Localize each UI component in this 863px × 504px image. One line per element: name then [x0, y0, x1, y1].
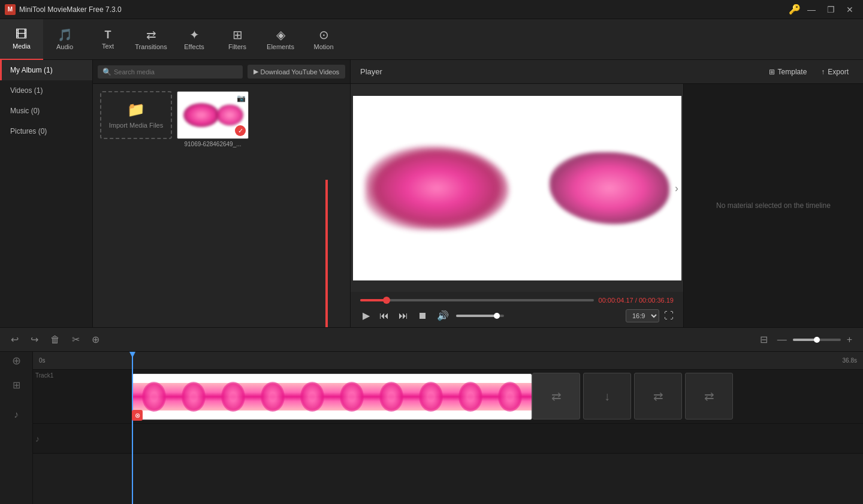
volume-slider[interactable]	[456, 315, 504, 317]
transition-cell-3[interactable]: ⇄	[634, 373, 682, 420]
toolbar: 🎞 Media 🎵 Audio T Text ⇄ Transitions ✦ E…	[0, 19, 863, 60]
sidebar-item-music[interactable]: Music (0)	[0, 101, 92, 121]
transition-cell-4[interactable]: ⇄	[685, 373, 733, 420]
search-box[interactable]: 🔍	[98, 65, 243, 79]
template-button[interactable]: ⊞ Template	[764, 65, 812, 79]
download-btn-label: Download YouTube Videos	[261, 68, 340, 76]
redo-button[interactable]: ↪	[27, 331, 42, 348]
title-bar-left: M MiniTool MovieMaker Free 7.3.0	[5, 4, 122, 15]
toolbar-item-audio[interactable]: 🎵 Audio	[43, 19, 86, 60]
media-panel: 🔍 ▶ Download YouTube Videos 📁 Import Med…	[93, 60, 351, 327]
elements-icon: ◈	[276, 29, 285, 41]
transition-icon-1: ⇄	[551, 389, 562, 403]
app-icon: M	[5, 4, 16, 15]
player-header: Player ⊞ Template ↑ Export	[351, 60, 863, 84]
audio-note-icon: ♪	[35, 434, 40, 443]
volume-thumb	[494, 313, 500, 319]
smoke-mini-2	[182, 382, 206, 412]
smoke-mini-5	[300, 382, 324, 412]
toolbar-item-elements[interactable]: ◈ Elements	[259, 19, 302, 60]
media-check-icon: ✓	[235, 125, 246, 136]
play-button[interactable]: ▶	[360, 309, 372, 322]
volume-fill	[456, 315, 497, 317]
download-youtube-button[interactable]: ▶ Download YouTube Videos	[248, 65, 346, 79]
cut-button[interactable]: ✂	[68, 331, 83, 348]
video-camera-icon: 📷	[237, 94, 246, 102]
transition-icon-4: ⇄	[704, 389, 714, 403]
smoke-mini-9	[458, 382, 482, 412]
prev-frame-button[interactable]: ⏮	[377, 309, 391, 322]
main-area: My Album (1) Videos (1) Music (0) Pictur…	[0, 60, 863, 327]
export-button[interactable]: ↑ Export	[816, 65, 853, 79]
export-label: Export	[828, 68, 849, 76]
current-time: 00:00:04.17	[599, 297, 633, 304]
aspect-ratio-select[interactable]: 16:9 4:3 1:1 9:16	[626, 309, 659, 322]
zoom-controls: ⊟ — +	[756, 331, 856, 348]
filters-icon: ⊞	[233, 29, 243, 41]
toolbar-item-effects[interactable]: ✦ Effects	[173, 19, 216, 60]
template-icon: ⊞	[769, 68, 775, 76]
playhead-marker	[129, 352, 135, 358]
smoke-mini-1	[142, 382, 166, 412]
sidebar-item-my-album[interactable]: My Album (1)	[0, 60, 92, 80]
transition-cell-2[interactable]: ↓	[583, 373, 631, 420]
search-icon: 🔍	[102, 68, 111, 76]
properties-panel: No material selected on the timeline	[683, 84, 863, 327]
toolbar-label-elements: Elements	[267, 43, 294, 50]
video-track-label: ⊞	[0, 370, 32, 400]
media-icon: 🎞	[16, 28, 28, 40]
zoom-fill	[793, 339, 817, 341]
toolbar-item-media[interactable]: 🎞 Media	[0, 19, 43, 60]
smoke-right-visual	[550, 152, 669, 224]
toolbar-label-audio: Audio	[56, 43, 73, 50]
zoom-out-button[interactable]: —	[774, 332, 790, 348]
media-filename-0: 91069-628462649_...	[177, 141, 249, 147]
add-track-button[interactable]: ⊕	[0, 352, 33, 370]
toolbar-label-filters: Filters	[228, 43, 246, 50]
sidebar-item-videos[interactable]: Videos (1)	[0, 80, 92, 101]
delete-button[interactable]: 🗑	[47, 332, 64, 348]
volume-button[interactable]: 🔊	[434, 309, 451, 322]
player-expand-chevron[interactable]: ›	[675, 182, 678, 194]
add-track-icon: ⊕	[12, 354, 21, 367]
video-clip[interactable]	[132, 373, 532, 420]
zoom-slider[interactable]	[793, 339, 841, 341]
stop-button[interactable]: ⏹	[415, 309, 430, 322]
media-toolbar: 🔍 ▶ Download YouTube Videos	[93, 60, 350, 84]
video-track-icon: ⊞	[13, 379, 20, 391]
crop-button[interactable]: ⊕	[88, 331, 103, 348]
toolbar-item-text[interactable]: T Text	[86, 19, 129, 60]
controls-row: ▶ ⏮ ⏭ ⏹ 🔊 16:9 4:3 1:1 9:1	[360, 309, 674, 322]
clip-handle[interactable]: ⊗	[132, 410, 143, 421]
minimize-button[interactable]: —	[803, 4, 820, 16]
close-button[interactable]: ✕	[841, 4, 858, 16]
timeline-toolbar: ↩ ↪ 🗑 ✂ ⊕ ⊟ — +	[0, 328, 863, 352]
motion-icon: ⊙	[319, 29, 329, 41]
undo-button[interactable]: ↩	[7, 331, 22, 348]
progress-bar[interactable]	[360, 299, 594, 301]
smoke-mini-6	[340, 382, 364, 412]
fullscreen-button[interactable]: ⛶	[664, 310, 674, 321]
toolbar-item-filters[interactable]: ⊞ Filters	[216, 19, 259, 60]
restore-button[interactable]: ❐	[822, 4, 839, 16]
player-title: Player	[360, 67, 382, 76]
media-item-0[interactable]: 📷 ✓ 91069-628462649_...	[177, 91, 249, 147]
smoke-mini-7	[379, 382, 403, 412]
toolbar-item-motion[interactable]: ⊙ Motion	[302, 19, 345, 60]
video-display	[353, 96, 681, 280]
key-icon[interactable]: 🔑	[789, 4, 801, 15]
effects-icon: ✦	[189, 29, 200, 41]
zoom-fit-button[interactable]: ⊟	[756, 331, 771, 348]
app-title: MiniTool MovieMaker Free 7.3.0	[19, 5, 122, 14]
next-frame-button[interactable]: ⏭	[396, 309, 411, 322]
toolbar-item-transitions[interactable]: ⇄ Transitions	[129, 19, 173, 60]
search-input[interactable]	[114, 68, 238, 76]
template-label: Template	[778, 68, 807, 76]
import-media-box[interactable]: 📁 Import Media Files	[100, 91, 172, 139]
import-folder-icon: 📁	[127, 101, 145, 118]
sidebar-item-pictures[interactable]: Pictures (0)	[0, 121, 92, 141]
transition-icon-3: ⇄	[653, 389, 663, 403]
youtube-icon: ▶	[254, 68, 258, 76]
transition-cell-1[interactable]: ⇄	[532, 373, 580, 420]
zoom-in-button[interactable]: +	[843, 332, 856, 348]
